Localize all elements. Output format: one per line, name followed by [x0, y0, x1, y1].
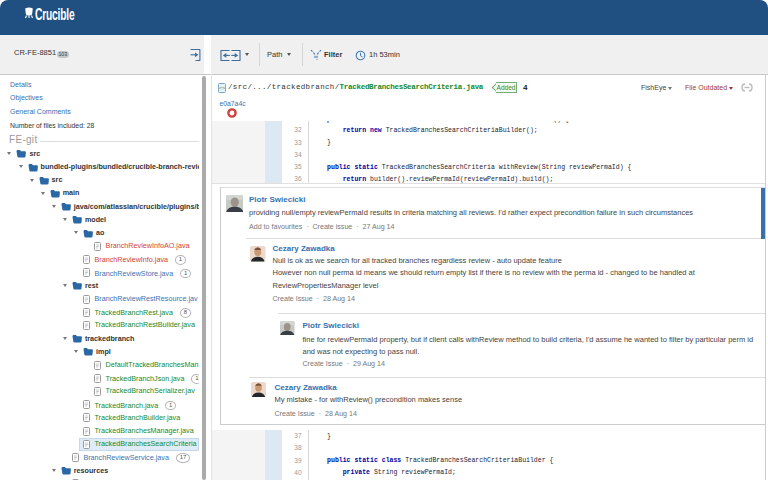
- svg-text:<>: <>: [219, 85, 225, 91]
